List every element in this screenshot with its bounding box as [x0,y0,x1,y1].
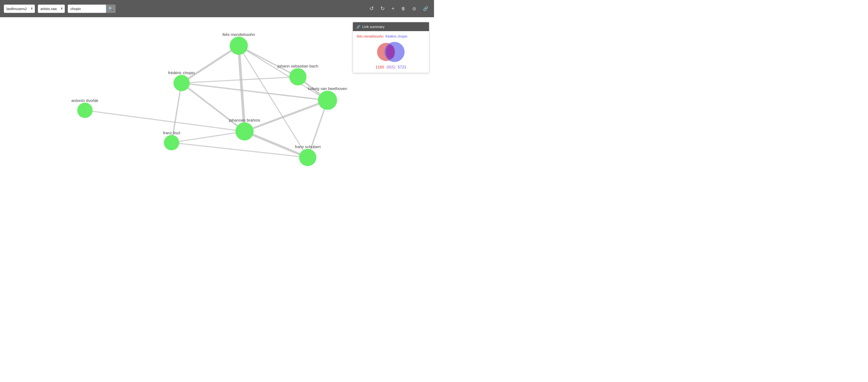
cancel-button[interactable]: ⊘ [410,5,418,12]
search-icon: 🔍 [108,6,113,11]
count-intersection: (655) [386,65,395,69]
undo-icon: ↺ [369,5,374,12]
node-circle-dvorak[interactable] [77,103,93,118]
link-summary-title: Link summary [362,25,384,29]
link-summary-panel: 🔗 Link summary felix mendelssohn frédéri… [353,22,429,73]
svg-line-8 [172,83,181,143]
venn-diagram [357,41,425,63]
collection-select-wrapper: artists.raw [38,4,65,13]
count-left: 1160 [376,65,384,69]
node-circle-brahms[interactable] [236,122,254,141]
undo-button[interactable]: ↺ [368,4,376,13]
svg-line-4 [239,46,308,157]
link-summary-header: 🔗 Link summary [353,22,429,31]
link-counts: 1160 (655) 5721 [357,65,425,69]
svg-line-2 [239,46,328,100]
link-button[interactable]: 🔗 [421,5,430,12]
delete-icon: 🗑 [401,6,406,11]
svg-line-3 [239,46,245,131]
node-circle-mendelssohn[interactable] [230,37,248,55]
redo-button[interactable]: ↻ [378,4,386,13]
add-button[interactable]: + [390,4,397,13]
link-name-left: felix mendelssohn [357,34,383,38]
link-icon: 🔗 [423,6,428,11]
node-circle-beethoven[interactable] [318,91,337,110]
delete-button[interactable]: 🗑 [399,5,407,12]
node-circle-chopin[interactable] [174,75,190,91]
main-area: felix mendelssohnfrédéric chopinjohann s… [0,17,434,191]
svg-line-0 [182,46,239,83]
svg-line-10 [245,100,327,131]
database-select-wrapper: lastfmusers2 [4,4,35,13]
link-names: felix mendelssohn frédéric chopin [357,34,425,38]
redo-icon: ↻ [380,5,385,12]
add-icon: + [392,5,395,12]
link-name-right: frédéric chopin [385,34,407,38]
svg-point-18 [386,45,395,59]
toolbar: lastfmusers2 artists.raw 🔍 ↺ ↻ + 🗑 ⊘ 🔗 [0,0,434,17]
node-circle-schubert[interactable] [299,149,316,166]
node-circle-bach[interactable] [289,68,307,85]
node-circle-liszt[interactable] [164,135,179,150]
svg-line-6 [182,83,328,100]
cancel-icon: ⊘ [412,6,416,11]
collection-select[interactable]: artists.raw [38,4,65,13]
database-select[interactable]: lastfmusers2 [4,4,35,13]
link-summary-icon: 🔗 [356,25,360,29]
svg-line-13 [172,131,245,143]
count-right: 5721 [398,65,406,69]
svg-line-1 [239,46,298,77]
search-button[interactable]: 🔍 [106,4,116,13]
link-summary-body: felix mendelssohn frédéric chopin 1160 (… [353,31,429,73]
search-wrapper: 🔍 [68,4,116,13]
